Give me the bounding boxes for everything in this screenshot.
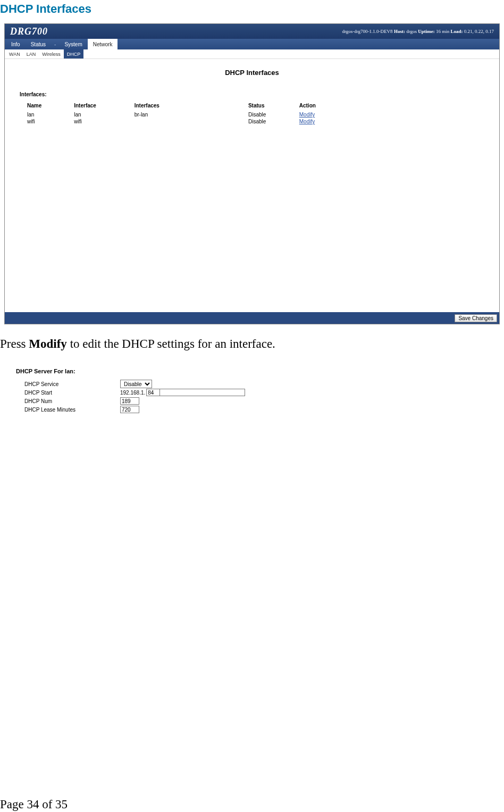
row-dhcp-start: DHCP Start 192.168.1. [24, 388, 500, 397]
modify-link[interactable]: Modify [299, 119, 315, 124]
col-status: Status [248, 102, 299, 111]
interfaces-block: Interfaces: Name Interface Interfaces St… [20, 91, 499, 125]
host-label: Host: [394, 29, 405, 34]
router-logo: DRG700 [10, 26, 48, 37]
instruction-pre: Press [0, 337, 29, 350]
dhcp-lease-input[interactable] [120, 406, 139, 413]
tab-system[interactable]: System [59, 39, 87, 49]
col-interface: Interface [74, 102, 134, 111]
form-rows: DHCP Service Disabled DHCP Start 192.168… [24, 380, 500, 414]
dhcp-start-extend[interactable] [160, 389, 245, 396]
uptime-label: Uptime: [418, 29, 435, 34]
cell-status: Disable [248, 111, 299, 119]
footer-bar: Save Changes [5, 312, 499, 324]
tab-info[interactable]: Info [6, 39, 26, 49]
cell-iface: lan [74, 111, 134, 119]
table-row: wifi wifi Disable Modify [27, 118, 346, 125]
cell-name: wifi [27, 118, 74, 125]
save-changes-button[interactable]: Save Changes [455, 314, 497, 322]
col-interfaces: Interfaces [135, 102, 248, 111]
content-title: DHCP Interfaces [5, 69, 499, 77]
main-tabs: Info Status - System Network [5, 39, 499, 49]
dhcp-service-select[interactable]: Disabled [120, 380, 152, 388]
fw-version: drgos-drg700-1.1.0-DEV8 [342, 29, 392, 34]
load-value: 0.21, 0.22, 0.17 [464, 29, 494, 34]
row-dhcp-num: DHCP Num [24, 397, 500, 405]
dhcp-start-prefix: 192.168.1. [120, 390, 145, 396]
cell-ifaces [135, 118, 248, 125]
dhcp-form-title: DHCP Server For lan: [16, 368, 500, 374]
table-row: lan lan br-lan Disable Modify [27, 111, 346, 119]
content-area: DHCP Interfaces Interfaces: Name Interfa… [5, 59, 499, 312]
col-action: Action [299, 102, 346, 111]
uptime-value: 16 min [436, 29, 449, 34]
router-admin-screenshot: DRG700 drgos-drg700-1.1.0-DEV8 Host: drg… [4, 23, 500, 324]
dhcp-num-label: DHCP Num [24, 398, 120, 404]
router-header: DRG700 drgos-drg700-1.1.0-DEV8 Host: drg… [5, 24, 499, 39]
tab-status[interactable]: Status [26, 39, 51, 49]
dhcp-service-label: DHCP Service [24, 381, 120, 387]
row-dhcp-service: DHCP Service Disabled [24, 380, 500, 388]
dhcp-num-input[interactable] [120, 397, 139, 405]
interfaces-label: Interfaces: [20, 91, 499, 97]
cell-iface: wifi [74, 118, 134, 125]
tab-network[interactable]: Network [88, 39, 118, 49]
subtab-dhcp[interactable]: DHCP [64, 49, 84, 58]
instruction-text: Press Modify to edit the DHCP settings f… [0, 337, 504, 351]
instruction-bold: Modify [29, 337, 67, 350]
dhcp-lease-label: DHCP Lease Minutes [24, 407, 120, 413]
host-value: drgos [406, 29, 417, 34]
dhcp-start-label: DHCP Start [24, 390, 120, 396]
col-name: Name [27, 102, 74, 111]
table-header-row: Name Interface Interfaces Status Action [27, 102, 346, 111]
cell-ifaces: br-lan [135, 111, 248, 119]
subtab-wireless[interactable]: Wireless [39, 49, 64, 58]
instruction-post: to edit the DHCP settings for an interfa… [67, 337, 275, 350]
subtab-lan[interactable]: LAN [23, 49, 39, 58]
router-header-status: drgos-drg700-1.1.0-DEV8 Host: drgos Upti… [342, 29, 494, 34]
interfaces-table: Name Interface Interfaces Status Action … [27, 102, 346, 125]
dhcp-start-input[interactable] [146, 389, 160, 396]
dhcp-form-screenshot: DHCP Server For lan: DHCP Service Disabl… [4, 364, 500, 414]
load-label: Load: [450, 29, 463, 34]
tab-separator: - [51, 39, 59, 49]
row-dhcp-lease: DHCP Lease Minutes [24, 405, 500, 414]
page-title: DHCP Interfaces [0, 0, 504, 23]
sub-tabs: WAN LAN Wireless DHCP [5, 49, 499, 59]
subtab-wan[interactable]: WAN [6, 49, 23, 58]
page-footer: Page 34 of 35 [0, 798, 68, 811]
cell-name: lan [27, 111, 74, 119]
modify-link[interactable]: Modify [299, 112, 315, 118]
cell-status: Disable [248, 118, 299, 125]
